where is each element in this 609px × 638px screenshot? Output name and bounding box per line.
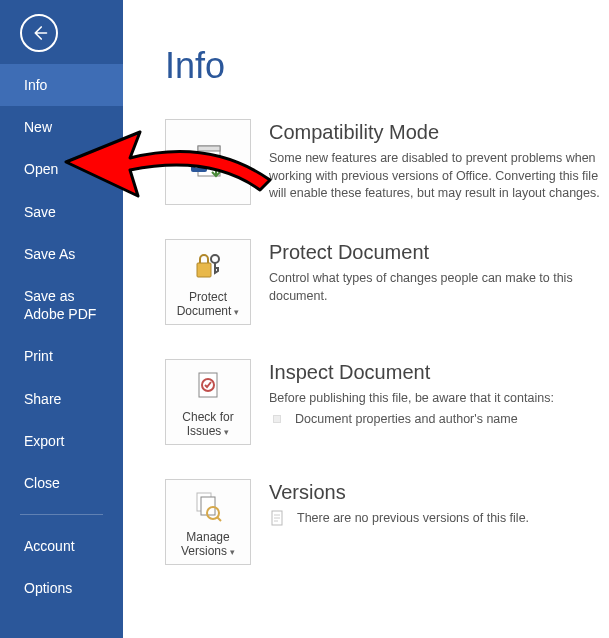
nav-print[interactable]: Print: [0, 335, 123, 377]
dropdown-caret-icon: ▾: [230, 547, 235, 558]
nav-share[interactable]: Share: [0, 378, 123, 420]
inspect-section: Check for Issues▾ Inspect Document Befor…: [165, 359, 609, 445]
svg-rect-1: [198, 146, 220, 151]
page-title: Info: [165, 45, 609, 87]
lock-key-icon: [191, 249, 225, 283]
document-check-icon: [191, 369, 225, 403]
manage-versions-button[interactable]: Manage Versions▾: [165, 479, 251, 565]
nav-account[interactable]: Account: [0, 525, 123, 567]
protect-title: Protect Document: [269, 241, 609, 264]
svg-text:W: W: [194, 158, 205, 170]
back-button[interactable]: [20, 14, 58, 52]
nav-options[interactable]: Options: [0, 567, 123, 609]
nav-save-adobe-pdf[interactable]: Save as Adobe PDF: [0, 275, 123, 335]
nav-save[interactable]: Save: [0, 191, 123, 233]
versions-title: Versions: [269, 481, 529, 504]
versions-text: There are no previous versions of this f…: [297, 511, 529, 525]
svg-rect-4: [197, 263, 211, 277]
check-issues-button[interactable]: Check for Issues▾: [165, 359, 251, 445]
protect-document-button[interactable]: Protect Document▾: [165, 239, 251, 325]
nav-export[interactable]: Export: [0, 420, 123, 462]
protect-desc: Control what types of changes people can…: [269, 270, 609, 305]
svg-point-5: [211, 255, 219, 263]
protect-btn-label: Protect Document: [177, 290, 232, 318]
compatibility-desc: Some new features are disabled to preven…: [269, 150, 609, 203]
document-small-icon: [269, 510, 285, 526]
inspect-bullet-text: Document properties and author's name: [295, 412, 518, 426]
nav-new[interactable]: New: [0, 106, 123, 148]
versions-section: Manage Versions▾ Versions There are no p…: [165, 479, 609, 565]
inspect-bullet: Document properties and author's name: [269, 412, 554, 426]
versions-line: There are no previous versions of this f…: [269, 510, 529, 526]
bullet-icon: [273, 415, 281, 423]
document-versions-icon: [191, 489, 225, 523]
protect-section: Protect Document▾ Protect Document Contr…: [165, 239, 609, 325]
nav-separator: [20, 514, 103, 515]
convert-button[interactable]: W: [165, 119, 251, 205]
info-pane: Info W Compatibility Mode Some new featu…: [123, 0, 609, 638]
inspect-desc: Before publishing this file, be aware th…: [269, 390, 554, 408]
compatibility-title: Compatibility Mode: [269, 121, 609, 144]
compatibility-section: W Compatibility Mode Some new features a…: [165, 119, 609, 205]
dropdown-caret-icon: ▾: [234, 307, 239, 318]
manage-versions-btn-label: Manage Versions: [181, 530, 230, 558]
nav-save-as[interactable]: Save As: [0, 233, 123, 275]
back-arrow-icon: [30, 24, 48, 42]
word-convert-icon: W: [188, 142, 228, 182]
inspect-title: Inspect Document: [269, 361, 554, 384]
nav-info[interactable]: Info: [0, 64, 123, 106]
nav-close[interactable]: Close: [0, 462, 123, 504]
backstage-sidebar: Info New Open Save Save As Save as Adobe…: [0, 0, 123, 638]
nav-open[interactable]: Open: [0, 148, 123, 190]
dropdown-caret-icon: ▾: [224, 427, 229, 438]
